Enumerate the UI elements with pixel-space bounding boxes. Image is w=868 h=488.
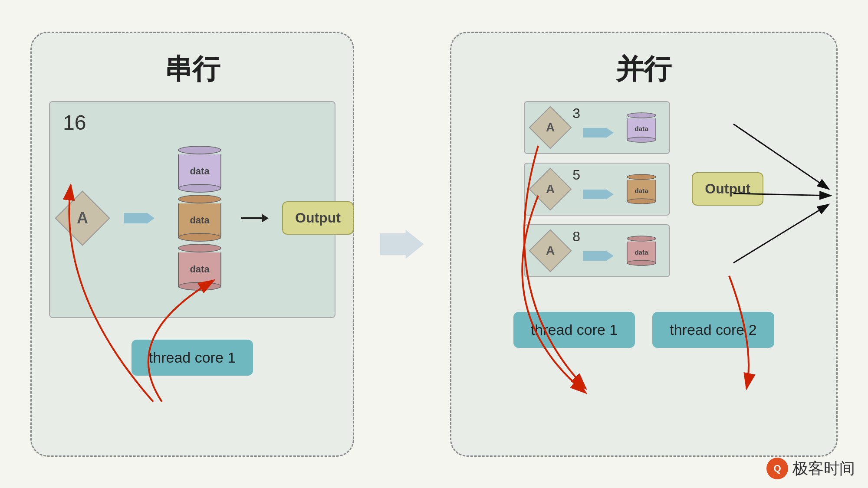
serial-inner-box: 16 A data [49, 101, 335, 318]
big-arrow-svg [380, 227, 424, 262]
parallel-diamond-3: A [529, 229, 572, 272]
parallel-thread-core-2: thread core 2 [652, 312, 774, 348]
parallel-cyl-3: data [627, 236, 656, 266]
serial-title: 串行 [164, 50, 220, 88]
serial-diamond-label: A [77, 209, 88, 227]
serial-cylinders: data data data [178, 146, 221, 291]
parallel-arrow-1 [583, 128, 607, 138]
parallel-thread-core-1: thread core 1 [513, 312, 635, 348]
parallel-cyl-2: data [627, 174, 656, 204]
thread-cores-row: thread core 1 thread core 2 [513, 290, 774, 348]
serial-number: 16 [63, 111, 86, 134]
parallel-diamond-2: A [529, 167, 572, 210]
serial-output-arrow [241, 217, 263, 219]
svg-marker-1 [380, 229, 424, 259]
serial-panel: 串行 16 A data [30, 32, 354, 457]
row-number-2: 5 [572, 167, 580, 183]
serial-thread-core: thread core 1 [132, 340, 253, 376]
parallel-diamond-label-1: A [546, 120, 555, 134]
parallel-rows: 3 A data 5 [524, 101, 670, 277]
brand: Q 极客时间 [766, 458, 855, 479]
serial-diamond: A [55, 190, 110, 246]
parallel-arrow-3 [583, 251, 607, 261]
parallel-diamond-label-3: A [546, 243, 555, 257]
parallel-output: Output [692, 172, 763, 206]
serial-cyl-brown: data [178, 195, 221, 242]
serial-cyl-pink: data [178, 244, 221, 291]
parallel-title: 并行 [616, 50, 671, 88]
parallel-content: 3 A data 5 [469, 101, 819, 277]
brand-icon: Q [766, 458, 788, 479]
parallel-panel: 并行 3 A data [450, 32, 838, 457]
parallel-row-1: 3 A data [524, 101, 670, 154]
serial-arrow [124, 213, 148, 223]
row-number-1: 3 [572, 105, 580, 121]
serial-diagram: A data data [63, 146, 354, 291]
parallel-diamond-1: A [529, 106, 572, 149]
parallel-output-area: Output [692, 172, 763, 206]
brand-text: 极客时间 [792, 458, 855, 479]
svg-text:Q: Q [773, 463, 781, 474]
main-container: 串行 16 A data [22, 16, 846, 472]
parallel-arrow-2 [583, 190, 607, 199]
parallel-row-2: 5 A data [524, 163, 670, 216]
parallel-row-3: 8 A data [524, 224, 670, 277]
parallel-diamond-label-2: A [546, 182, 555, 196]
serial-output: Output [282, 201, 354, 235]
serial-cyl-purple: data [178, 146, 221, 193]
parallel-cyl-1: data [627, 112, 656, 143]
row-number-3: 8 [572, 229, 580, 245]
